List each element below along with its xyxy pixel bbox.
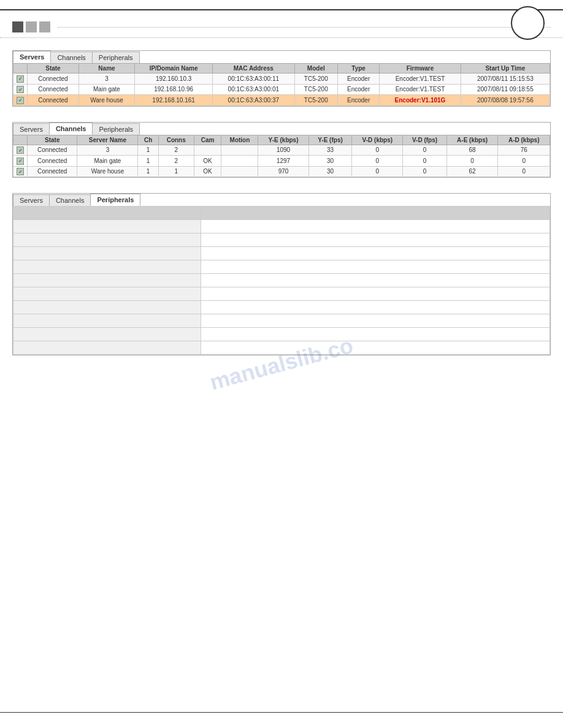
- ch-row-ch-1: 1: [138, 156, 158, 167]
- ch-row-vd-kbps-0: 0: [352, 145, 403, 156]
- server-row-cb-1[interactable]: ✓: [13, 84, 28, 95]
- peri-cell-right-4: [201, 274, 550, 287]
- peri-row-6: [13, 301, 550, 314]
- ch-row-ye-kbps-0: 1090: [258, 145, 308, 156]
- ch-col-ad-kbps: A-D (kbps): [498, 135, 550, 145]
- tab-channels-3[interactable]: Channels: [49, 194, 91, 206]
- tab-channels-1[interactable]: Channels: [50, 51, 92, 63]
- server-row-cb-2[interactable]: ✓: [13, 95, 28, 106]
- server-row-mac-0: 00:1C:63:A3:00:11: [213, 74, 294, 85]
- ch-row-ae-kbps-0: 68: [446, 145, 498, 156]
- peri-row-8: [13, 328, 550, 341]
- peri-cell-left-2: [13, 247, 201, 260]
- tab-peripherals-2[interactable]: Peripherals: [92, 123, 140, 135]
- server-row-firmware-2: Encoder:V1.101G: [380, 95, 461, 106]
- ch-col-vd-fps: V-D (fps): [403, 135, 446, 145]
- server-row-firmware-1: Encoder:V1.TEST: [380, 84, 461, 95]
- peri-row-0: [13, 220, 550, 233]
- server-row-startup-2: 2007/08/08 19:57:56: [461, 95, 550, 106]
- ch-col-cb: [13, 135, 28, 145]
- checkbox-icon-0: ✓: [17, 75, 24, 83]
- tab-peripherals[interactable]: Peripherals: [90, 194, 140, 206]
- ch-row-state-2: Connected: [28, 166, 77, 177]
- ch-row-vd-kbps-2: 0: [352, 166, 403, 177]
- main-content: Servers Channels Peripherals State Name …: [0, 50, 563, 355]
- server-row-mac-2: 00:1C:63:A3:00:37: [213, 95, 294, 106]
- server-row-firmware-0: Encoder:V1.TEST: [380, 74, 461, 85]
- col-firmware: Firmware: [380, 64, 461, 74]
- peri-header-left: [13, 207, 201, 220]
- server-row-name-1: Main gate: [79, 84, 134, 95]
- ch-col-vd-kbps: V-D (kbps): [352, 135, 403, 145]
- nav-icon-1[interactable]: [12, 21, 23, 32]
- tab-servers-2[interactable]: Servers: [13, 123, 50, 135]
- ch-row-vd-kbps-1: 0: [352, 156, 403, 167]
- ch-row-motion-1: [221, 156, 258, 167]
- ch-col-ae-kbps: A-E (kbps): [446, 135, 498, 145]
- server-row-startup-1: 2007/08/11 09:18:55: [461, 84, 550, 95]
- checkbox-icon-1: ✓: [17, 86, 24, 93]
- peri-row-3: [13, 260, 550, 274]
- nav-bar: [0, 17, 563, 38]
- peri-cell-right-6: [201, 301, 550, 314]
- ch-row-ch-0: 1: [138, 145, 158, 156]
- peri-row-2: [13, 247, 550, 260]
- peri-cell-left-8: [13, 328, 201, 341]
- server-row-ip-0: 192.160.10.3: [135, 74, 213, 85]
- ch-col-state: State: [28, 135, 77, 145]
- peripherals-table: [13, 206, 550, 355]
- peri-row-9: [13, 341, 550, 355]
- peri-cell-right-2: [201, 247, 550, 260]
- server-row-state-2: Connected: [28, 95, 79, 106]
- channels-tab-bar: Servers Channels Peripherals: [13, 123, 550, 135]
- nav-icon-2[interactable]: [26, 21, 37, 32]
- tab-channels[interactable]: Channels: [49, 123, 93, 135]
- peri-cell-left-0: [13, 220, 201, 233]
- ch-row-servername-1: Main gate: [77, 156, 138, 167]
- ch-row-state-1: Connected: [28, 156, 77, 167]
- checkbox-icon-2: ✓: [17, 97, 24, 104]
- ch-row-cam-0: [194, 145, 221, 156]
- server-row-ip-2: 192.168.10.161: [135, 95, 213, 106]
- ch-row-servername-0: 3: [77, 145, 138, 156]
- server-row-type-2: Encoder: [338, 95, 380, 106]
- ch-row-ye-fps-1: 30: [308, 156, 352, 167]
- ch-checkbox-icon-1: ✓: [17, 157, 24, 165]
- ch-row-ye-fps-0: 33: [308, 145, 352, 156]
- server-row-name-0: 3: [79, 74, 134, 85]
- peri-cell-left-3: [13, 260, 201, 274]
- tab-servers-3[interactable]: Servers: [13, 194, 50, 206]
- ch-row-ae-kbps-1: 0: [446, 156, 498, 167]
- peri-cell-right-5: [201, 287, 550, 301]
- server-row-startup-0: 2007/08/11 15:15:53: [461, 74, 550, 85]
- ch-row-conns-0: 2: [158, 145, 194, 156]
- header-circle: [511, 6, 545, 40]
- ch-row-cb-1[interactable]: ✓: [13, 156, 28, 167]
- nav-icon-3[interactable]: [39, 21, 50, 32]
- peri-cell-right-3: [201, 260, 550, 274]
- ch-row-cb-0[interactable]: ✓: [13, 145, 28, 156]
- server-row-state-1: Connected: [28, 84, 79, 95]
- ch-row-cam-2: OK: [194, 166, 221, 177]
- header: [0, 0, 563, 10]
- ch-row-ad-kbps-2: 0: [498, 166, 550, 177]
- col-mac: MAC Address: [213, 64, 294, 74]
- peri-cell-left-1: [13, 233, 201, 247]
- ch-row-conns-1: 2: [158, 156, 194, 167]
- ch-row-vd-fps-2: 0: [403, 166, 446, 177]
- col-state: State: [28, 64, 79, 74]
- ch-row-ae-kbps-2: 62: [446, 166, 498, 177]
- ch-row-cb-2[interactable]: ✓: [13, 166, 28, 177]
- col-startup: Start Up Time: [461, 64, 550, 74]
- peripherals-tab-bar: Servers Channels Peripherals: [13, 194, 550, 206]
- peripherals-panel: Servers Channels Peripherals: [12, 193, 551, 355]
- server-row-ip-1: 192.168.10.96: [135, 84, 213, 95]
- tab-servers[interactable]: Servers: [13, 51, 51, 63]
- server-row-cb-0[interactable]: ✓: [13, 74, 28, 85]
- footer: [0, 712, 563, 716]
- col-ip: IP/Domain Name: [135, 64, 213, 74]
- server-row-name-2: Ware house: [79, 95, 134, 106]
- peri-cell-left-6: [13, 301, 201, 314]
- tab-peripherals-1[interactable]: Peripherals: [92, 51, 140, 63]
- ch-col-ye-kbps: Y-E (kbps): [258, 135, 308, 145]
